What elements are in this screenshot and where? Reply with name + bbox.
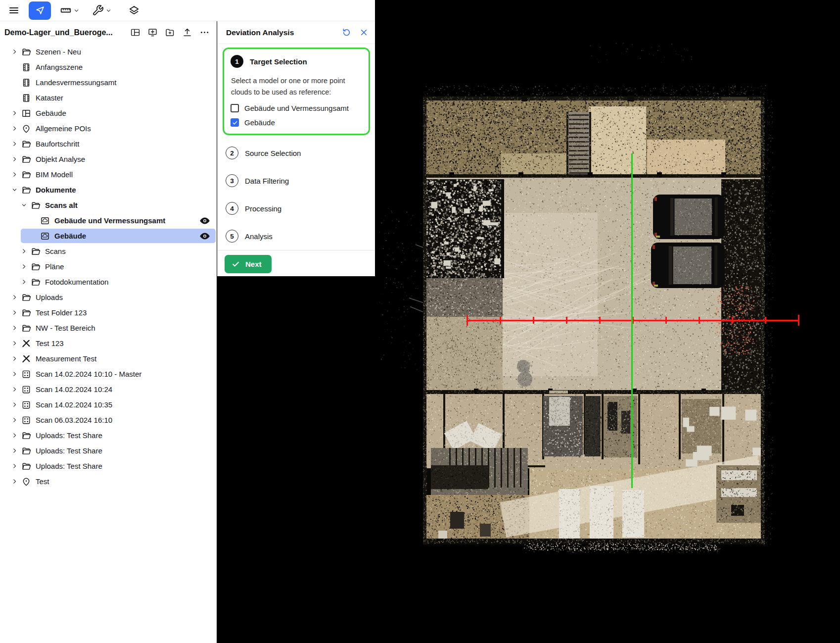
chevron-down-icon[interactable] [73,7,80,14]
chevron-down-icon[interactable] [19,201,28,210]
tree-item-label: Szenen - Neu [36,48,81,56]
tree-item-uploads-test-share[interactable]: Uploads: Test Share [0,428,217,443]
select-tool-button[interactable] [29,1,51,20]
chevron-right-icon[interactable] [10,124,19,133]
tree-item-label: Test [36,477,49,486]
chevron-right-icon[interactable] [10,477,19,486]
chevron-right-icon[interactable] [10,109,19,118]
step-number: 2 [226,147,238,159]
tree-item-szenen-neu[interactable]: Szenen - Neu [0,44,217,59]
more-options-button[interactable] [199,27,210,38]
step-processing[interactable]: 4Processing [226,195,375,222]
folder-icon [21,293,31,302]
next-button[interactable]: Next [225,255,272,273]
tree-item-bim-modell[interactable]: BIM Modell [0,167,217,182]
chevron-right-icon[interactable] [10,170,19,179]
tree-item-pläne[interactable]: Pläne [0,259,217,274]
add-folder-button[interactable] [165,27,175,38]
scene-icon [21,62,31,72]
chevron-right-icon[interactable] [10,155,19,164]
chevron-right-icon[interactable] [10,293,19,302]
checkbox-unchecked[interactable] [231,104,239,112]
tree-item-baufortschritt[interactable]: Baufortschritt [0,136,217,151]
chevron-right-icon[interactable] [10,339,19,348]
reset-icon [342,28,351,37]
tree-item-test[interactable]: Test [0,474,217,489]
tools-button[interactable] [92,4,104,16]
measurement-tools-icon [21,354,31,364]
reference-checkbox-row[interactable]: Gebäude und Vermessungsamt [231,104,363,112]
project-tree: Szenen - NeuAnfangsszeneLandesvermessung… [0,44,217,489]
tree-item-test-123[interactable]: Test 123 [0,336,217,351]
tree-item-measurement-test[interactable]: Measurement Test [0,351,217,366]
tree-item-gebäude[interactable]: Gebäude [0,228,217,244]
reference-checkbox-row[interactable]: Gebäude [231,118,363,127]
chevron-right-icon[interactable] [10,416,19,425]
sidebar-header: Demo-Lager_und_Bueroge... [0,21,217,44]
tree-item-gebäude-und-vermessungsamt[interactable]: Gebäude und Vermessungsamt [0,213,217,228]
chevron-spacer [10,63,19,72]
layers-button[interactable] [128,4,140,16]
step-target-selection[interactable]: 1 Target Selection [231,55,363,68]
add-scene-button[interactable] [147,27,158,38]
tree-item-objekt-analyse[interactable]: Objekt Analyse [0,151,217,167]
step-source-selection[interactable]: 2Source Selection [226,139,375,167]
chevron-right-icon[interactable] [10,462,19,471]
tree-item-scan-06-03-2024-16-10[interactable]: Scan 06.03.2024 16:10 [0,412,217,428]
chevron-right-icon[interactable] [10,140,19,148]
chevron-spacer [29,216,38,225]
visibility-eye-icon[interactable] [199,217,210,225]
chevron-right-icon[interactable] [10,385,19,394]
chevron-down-icon[interactable] [105,7,112,14]
tree-item-uploads-test-share[interactable]: Uploads: Test Share [0,458,217,474]
tree-item-label: Baufortschritt [36,140,79,148]
tree-item-nw-test-bereich[interactable]: NW - Test Bereich [0,320,217,336]
tree-item-label: BIM Modell [36,170,73,179]
tree-item-scan-14-02-2024-10-24[interactable]: Scan 14.02.2024 10:24 [0,382,217,397]
chevron-right-icon[interactable] [10,400,19,409]
chevron-right-icon[interactable] [10,370,19,379]
view-columns-button[interactable] [130,27,140,38]
chevron-right-icon[interactable] [10,324,19,333]
tree-item-label: Uploads: Test Share [36,431,102,440]
chevron-right-icon[interactable] [19,247,28,256]
menu-button[interactable] [8,4,20,16]
folder-icon [21,446,31,456]
close-button[interactable] [351,28,369,37]
tree-item-allgemeine-pois[interactable]: Allgemeine POIs [0,121,217,136]
tree-item-scans[interactable]: Scans [0,244,217,259]
panel-title: Deviation Analysis [226,28,334,37]
tree-item-label: Scans alt [45,201,78,209]
viewport-3d-pointcloud[interactable] [375,0,840,643]
tree-item-fotodokumentation[interactable]: Fotodokumentation [0,274,217,290]
chevron-right-icon[interactable] [10,431,19,440]
tree-item-landesvermessungsamt[interactable]: Landesvermessungsamt [0,75,217,90]
folder-icon [21,323,31,333]
point-cloud-icon [40,231,50,241]
chevron-right-icon[interactable] [10,308,19,317]
tree-item-anfangsszene[interactable]: Anfangsszene [0,59,217,75]
tree-item-scan-14-02-2024-10-10-master[interactable]: Scan 14.02.2024 10:10 - Master [0,366,217,382]
step-analysis[interactable]: 5Analysis [226,222,375,250]
tree-item-scan-14-02-2024-10-35[interactable]: Scan 14.02.2024 10:35 [0,397,217,412]
chevron-right-icon[interactable] [10,446,19,455]
tree-item-uploads-test-share[interactable]: Uploads: Test Share [0,443,217,458]
measure-tool-button[interactable] [60,4,72,16]
chevron-right-icon[interactable] [19,278,28,287]
upload-button[interactable] [182,27,192,38]
tree-item-gebäude[interactable]: Gebäude [0,105,217,121]
chevron-right-icon[interactable] [10,48,19,56]
tree-item-uploads[interactable]: Uploads [0,290,217,305]
check-icon [232,120,238,126]
reset-button[interactable] [334,28,351,37]
chevron-down-icon[interactable] [10,186,19,195]
chevron-right-icon[interactable] [19,262,28,271]
tree-item-dokumente[interactable]: Dokumente [0,182,217,198]
checkbox-checked[interactable] [231,118,239,127]
tree-item-test-folder-123[interactable]: Test Folder 123 [0,305,217,320]
tree-item-kataster[interactable]: Kataster [0,90,217,105]
step-data-filtering[interactable]: 3Data Filtering [226,167,375,195]
chevron-right-icon[interactable] [10,354,19,363]
tree-item-scans-alt[interactable]: Scans alt [0,198,217,213]
visibility-eye-icon[interactable] [199,232,210,240]
